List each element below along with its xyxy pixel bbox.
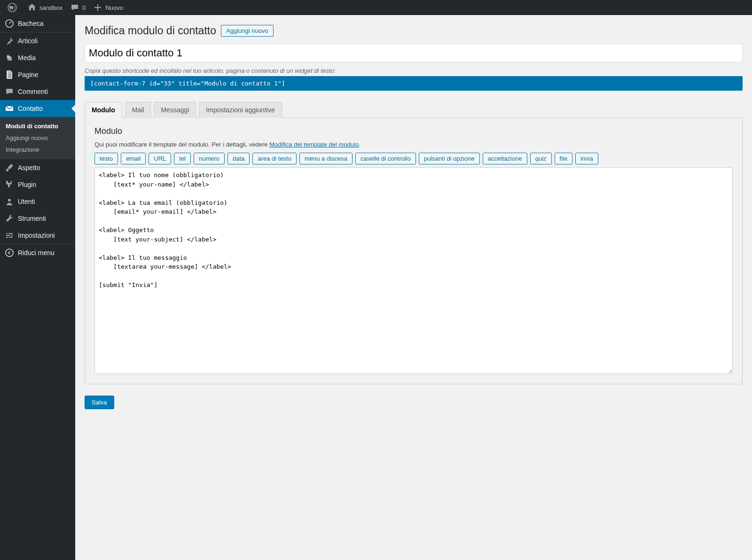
svg-point-3 xyxy=(8,199,11,202)
plus-icon xyxy=(93,3,102,12)
menu-plugins[interactable]: Plugin xyxy=(0,176,75,193)
menu-label: Plugin xyxy=(18,181,36,188)
tag-textarea[interactable]: area di testo xyxy=(252,153,297,164)
save-button[interactable]: Salva xyxy=(85,396,114,409)
pages-icon xyxy=(5,70,14,79)
tag-number[interactable]: numero xyxy=(194,153,225,164)
page-title: Modifica modulo di contatto xyxy=(85,24,216,37)
dashboard-icon xyxy=(5,19,14,28)
submenu-forms[interactable]: Moduli di contatto xyxy=(0,120,75,132)
menu-tools[interactable]: Strumenti xyxy=(0,210,75,227)
user-icon xyxy=(5,197,14,206)
menu-label: Utenti xyxy=(18,198,35,205)
wordpress-icon xyxy=(8,3,17,12)
menu-media[interactable]: Media xyxy=(0,49,75,66)
home-icon xyxy=(27,3,37,12)
menu-comments[interactable]: Commenti xyxy=(0,83,75,100)
new-label: Nuovo xyxy=(105,4,123,11)
tag-url[interactable]: URL xyxy=(149,153,171,164)
menu-label: Commenti xyxy=(18,88,48,95)
comment-count: 0 xyxy=(82,4,86,11)
menu-appearance[interactable]: Aspetto xyxy=(0,159,75,176)
wrench-icon xyxy=(5,214,14,223)
tab-additional[interactable]: Impostazioni aggiuntive xyxy=(199,102,282,118)
menu-label: Riduci menu xyxy=(18,249,55,257)
brush-icon xyxy=(5,163,14,172)
menu-label: Pagine xyxy=(18,71,39,78)
tag-email[interactable]: email xyxy=(121,153,146,164)
menu-label: Strumenti xyxy=(18,215,46,222)
menu-contact[interactable]: Contatto xyxy=(0,100,75,117)
tag-radio[interactable]: pulsanti di opzione xyxy=(419,153,480,164)
panel-description: Qui puoi modificare il template del modu… xyxy=(94,141,733,148)
new-content[interactable]: Nuovo xyxy=(89,0,127,15)
envelope-icon xyxy=(5,104,14,113)
tag-checkbox[interactable]: caselle di controllo xyxy=(355,153,416,164)
media-icon xyxy=(5,53,14,62)
menu-pages[interactable]: Pagine xyxy=(0,66,75,83)
menu-label: Impostazioni xyxy=(18,232,55,239)
form-title-input[interactable] xyxy=(85,44,743,62)
menu-label: Articoli xyxy=(18,37,38,45)
tag-submit[interactable]: invia xyxy=(575,153,598,164)
svg-point-4 xyxy=(6,249,13,257)
menu-label: Bacheca xyxy=(18,20,43,27)
panel-heading: Modulo xyxy=(94,126,733,136)
comments-link[interactable]: 0 xyxy=(66,0,89,15)
sliders-icon xyxy=(5,231,14,240)
tag-select[interactable]: menu a discesa xyxy=(299,153,352,164)
pin-icon xyxy=(5,36,14,46)
admin-sidebar: Bacheca Articoli Media Pagine Commenti C… xyxy=(0,15,75,560)
tab-module[interactable]: Modulo xyxy=(85,102,122,118)
main-content: Modifica modulo di contatto Aggiungi nuo… xyxy=(75,15,752,560)
tag-quiz[interactable]: quiz xyxy=(530,153,552,164)
submenu-add-new[interactable]: Aggiungi nuovo xyxy=(0,132,75,144)
menu-dashboard[interactable]: Bacheca xyxy=(0,15,75,32)
tag-tel[interactable]: tel xyxy=(174,153,191,164)
tag-acceptance[interactable]: accettazione xyxy=(483,153,527,164)
menu-posts[interactable]: Articoli xyxy=(0,32,75,49)
tab-messages[interactable]: Messaggi xyxy=(154,102,196,118)
submenu-integration[interactable]: Integrazione xyxy=(0,144,75,156)
menu-label: Contatto xyxy=(18,105,43,112)
shortcode-box[interactable]: [contact-form-7 id="33" title="Modulo di… xyxy=(85,76,743,91)
menu-label: Media xyxy=(18,54,36,62)
wp-logo[interactable] xyxy=(4,0,24,15)
menu-users[interactable]: Utenti xyxy=(0,193,75,210)
site-name: sandbox xyxy=(39,4,63,11)
plug-icon xyxy=(5,180,14,189)
menu-label: Aspetto xyxy=(18,164,40,171)
tag-file[interactable]: file xyxy=(555,153,573,164)
editor-tabs: Modulo Mail Messaggi Impostazioni aggiun… xyxy=(85,102,743,118)
menu-collapse[interactable]: Riduci menu xyxy=(0,244,75,261)
submenu-contact: Moduli di contatto Aggiungi nuovo Integr… xyxy=(0,117,75,159)
menu-settings[interactable]: Impostazioni xyxy=(0,227,75,244)
tag-text[interactable]: testo xyxy=(94,153,118,164)
template-help-link[interactable]: Modifica del template del modulo xyxy=(269,141,359,148)
tab-mail[interactable]: Mail xyxy=(125,102,151,118)
shortcode-description: Copia questo shortcode ed incollalo nel … xyxy=(85,67,743,74)
collapse-icon xyxy=(5,248,14,257)
tag-generator-row: testo email URL tel numero data area di … xyxy=(94,153,733,164)
module-panel: Modulo Qui puoi modificare il template d… xyxy=(85,118,743,384)
site-home[interactable]: sandbox xyxy=(24,0,66,15)
add-new-button[interactable]: Aggiungi nuovo xyxy=(221,25,274,37)
comment-icon xyxy=(5,87,14,96)
tag-date[interactable]: data xyxy=(227,153,250,164)
admin-topbar: sandbox 0 Nuovo xyxy=(0,0,752,15)
form-template-textarea[interactable] xyxy=(94,167,733,374)
comment-icon xyxy=(70,3,79,12)
